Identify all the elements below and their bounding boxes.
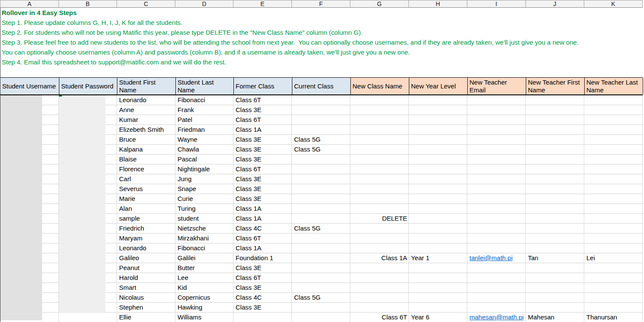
cell-new-teacher-first-name[interactable] [526,95,584,105]
cell-new-year-level[interactable] [409,293,467,302]
cell-new-class-name[interactable]: Class 6T [350,313,409,322]
column-letter-I[interactable]: I [467,0,526,8]
cell-new-teacher-email[interactable] [467,174,526,184]
cell-current-class[interactable] [292,273,350,283]
cell-former-class[interactable]: Class 3E [233,184,292,194]
cell-student-first-name[interactable]: Stephen [117,303,175,312]
cell-new-teacher-email[interactable]: mahesan@math.pi [467,313,526,322]
cell-student-last-name[interactable]: Copernicus [175,293,233,302]
cell-new-teacher-email[interactable] [467,243,526,253]
cell-student-first-name[interactable]: Maryam [117,234,175,243]
cell-new-teacher-email[interactable] [467,95,526,105]
cell-new-class-name[interactable]: Class 1A [350,253,409,263]
cell-current-class[interactable] [292,115,350,125]
cell-new-teacher-last-name[interactable] [584,293,643,302]
cell-current-class[interactable] [292,303,350,312]
cell-new-class-name[interactable] [350,293,409,302]
cell-student-last-name[interactable]: Wayne [175,135,233,144]
cell-new-teacher-last-name[interactable]: Lei [584,253,643,263]
cell-new-teacher-email[interactable] [467,184,526,194]
cell-new-class-name[interactable] [350,194,409,204]
cell-new-teacher-first-name[interactable] [526,174,584,184]
cell-former-class[interactable]: Class 6T [233,115,292,125]
cell-new-class-name[interactable] [350,115,409,125]
cell-student-first-name[interactable]: Kalpana [117,145,175,154]
cell-new-year-level[interactable] [409,125,467,134]
column-letter-H[interactable]: H [409,0,467,8]
cell-new-teacher-email[interactable] [467,135,526,144]
cell-student-last-name[interactable]: Friedman [175,125,233,134]
header-current-class[interactable]: Current Class [292,78,351,94]
column-letter-G[interactable]: G [350,0,409,8]
header-former-class[interactable]: Former Class [234,78,292,94]
cell-new-teacher-last-name[interactable] [584,303,643,312]
cell-current-class[interactable] [292,243,350,253]
cell-new-teacher-email[interactable] [467,283,526,292]
cell-new-teacher-last-name[interactable] [584,135,643,144]
cell-student-last-name[interactable]: Williams [175,313,233,322]
cell-new-year-level[interactable] [409,155,467,164]
cell-new-teacher-last-name[interactable] [584,105,643,115]
cell-new-year-level[interactable] [409,135,467,144]
cell-student-last-name[interactable]: Hawking [175,303,233,312]
cell-new-class-name[interactable] [350,224,409,233]
cell-new-teacher-email[interactable] [467,234,526,243]
cell-student-last-name[interactable]: Jung [175,174,233,184]
cell-former-class[interactable]: Class 1A [233,125,292,134]
cell-new-teacher-last-name[interactable] [584,145,643,154]
cell-new-teacher-first-name[interactable] [526,263,584,273]
cell-former-class[interactable]: Class 1A [233,214,292,223]
cell-student-last-name[interactable]: Fibonacci [175,95,233,105]
cell-former-class[interactable]: Class 3E [233,174,292,184]
column-letter-B[interactable]: B [59,0,117,8]
cell-new-teacher-first-name[interactable] [526,115,584,125]
cell-new-teacher-first-name[interactable] [526,243,584,253]
cell-student-last-name[interactable]: Nightingale [175,164,233,174]
cell-new-teacher-email[interactable] [467,273,526,283]
cell-student-first-name[interactable]: Bruce [117,135,175,144]
cell-new-year-level[interactable] [409,194,467,204]
header-new-class-name[interactable]: New Class Name [351,78,409,94]
column-letter-D[interactable]: D [175,0,233,8]
cell-student-first-name[interactable]: Smart [117,283,175,292]
cell-student-last-name[interactable]: Fibonacci [175,243,233,253]
cell-new-year-level[interactable] [409,234,467,243]
cell-current-class[interactable] [292,174,350,184]
cell-new-year-level[interactable] [409,115,467,125]
cell-new-class-name[interactable] [350,204,409,213]
cell-student-first-name[interactable]: Ellie [117,313,175,322]
cell-current-class[interactable] [292,214,350,223]
cell-current-class[interactable] [292,283,350,292]
cell-new-teacher-first-name[interactable] [526,125,584,134]
cell-student-password[interactable] [59,313,117,322]
cell-former-class[interactable]: Class 4C [233,224,292,233]
cell-former-class[interactable]: Class 3E [233,155,292,164]
column-letter-J[interactable]: J [526,0,584,8]
cell-student-first-name[interactable]: Galileo [117,253,175,263]
cell-new-teacher-first-name[interactable] [526,204,584,213]
cell-former-class[interactable]: Class 1A [233,243,292,253]
cell-student-first-name[interactable]: Leonardo [117,243,175,253]
cell-student-first-name[interactable]: Elizebeth Smith [117,125,175,134]
header-new-teacher-email[interactable]: New Teacher Email [468,78,526,94]
cell-new-teacher-last-name[interactable] [584,234,643,243]
cell-new-teacher-last-name[interactable] [584,263,643,273]
cell-new-teacher-email[interactable] [467,214,526,223]
cell-student-first-name[interactable]: sample [117,214,175,223]
cell-new-class-name[interactable] [350,243,409,253]
cell-new-class-name[interactable] [350,234,409,243]
cell-current-class[interactable] [292,204,350,213]
cell-new-year-level[interactable] [409,224,467,233]
cell-former-class[interactable]: Class 3E [233,303,292,312]
cell-new-class-name[interactable] [350,135,409,144]
cell-student-last-name[interactable]: Butter [175,263,233,273]
cell-new-teacher-email[interactable] [467,194,526,204]
cell-new-teacher-last-name[interactable] [584,95,643,105]
cell-new-teacher-first-name[interactable] [526,135,584,144]
cell-new-teacher-first-name[interactable] [526,293,584,302]
cell-new-year-level[interactable] [409,214,467,223]
cell-new-year-level[interactable] [409,174,467,184]
cell-former-class[interactable]: Class 6T [233,273,292,283]
column-letter-A[interactable]: A [0,0,59,8]
cell-new-teacher-last-name[interactable]: Thanursan [584,313,643,322]
